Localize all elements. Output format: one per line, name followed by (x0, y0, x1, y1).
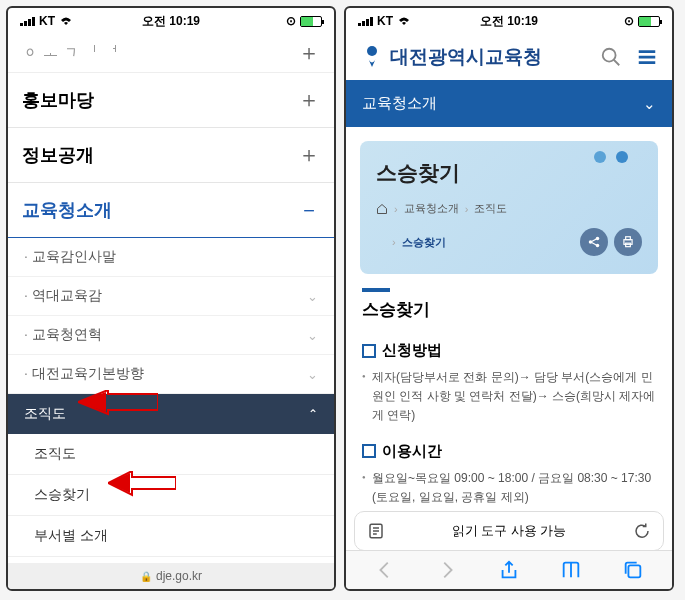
info-section-time: 이용시간 월요일~목요일 09:00 ~ 18:00 / 금요일 08:30 ~… (362, 442, 656, 507)
section-intro[interactable]: 교육청소개 － (8, 183, 334, 238)
subsub-dept[interactable]: 부서별 소개 (8, 516, 334, 557)
sub-item-history[interactable]: 역대교육감⌄ (8, 277, 334, 316)
reload-icon[interactable] (633, 522, 651, 540)
breadcrumb: › 교육청소개 › 조직도 › 스승찾기 (376, 201, 642, 256)
section-label: 홍보마당 (22, 88, 94, 112)
plus-icon: ＋ (298, 140, 320, 170)
expand-icon[interactable]: ＋ (298, 38, 320, 68)
content-title: 스승찾기 (362, 298, 656, 321)
minus-icon: － (298, 195, 320, 225)
tabs-icon[interactable] (622, 559, 644, 581)
battery-icon (300, 16, 322, 27)
lock-icon: 🔒 (140, 571, 152, 582)
share-button[interactable] (580, 228, 608, 256)
phone-left: KT 오전 10:19 ⊙ ᆼ ᅩ ᆨ ᅵ ᅥ ＋ 홍보마당 ＋ 정보공개 ＋ … (6, 6, 336, 591)
reader-icon (367, 522, 385, 540)
print-button[interactable] (614, 228, 642, 256)
battery-icon (638, 16, 660, 27)
url-text: dje.go.kr (156, 569, 202, 583)
subsection-label: 조직도 (24, 405, 66, 423)
chevron-down-icon: ⌄ (307, 289, 318, 304)
wifi-icon (397, 16, 411, 26)
sub-item-direction[interactable]: 대전교육기본방향⌄ (8, 355, 334, 394)
reader-text: 읽기 도구 사용 가능 (452, 522, 567, 540)
logo-text: 대전광역시교육청 (390, 44, 542, 70)
carrier-label: KT (39, 14, 55, 28)
svg-point-0 (367, 46, 377, 56)
status-time: 오전 10:19 (459, 13, 560, 30)
status-bar: KT 오전 10:19 ⊙ (8, 8, 334, 34)
truncated-label: ᆼ ᅩ ᆨ ᅵ ᅥ (22, 43, 120, 64)
site-header: 대전광역시교육청 (346, 34, 672, 80)
subsub-teacher-find[interactable]: 스승찾기 (8, 475, 334, 516)
site-logo[interactable]: 대전광역시교육청 (360, 44, 542, 70)
alarm-icon: ⊙ (624, 14, 634, 28)
subsub-label: 스승찾기 (34, 486, 90, 502)
subsub-label: 부서별 소개 (34, 527, 108, 543)
chevron-down-icon: ⌄ (307, 328, 318, 343)
annotation-arrow-icon (108, 471, 176, 497)
back-icon[interactable] (374, 559, 396, 581)
breadcrumb-item[interactable]: 교육청소개 (404, 201, 459, 216)
chevron-down-icon: ⌄ (643, 95, 656, 113)
share-icon[interactable] (498, 559, 520, 581)
breadcrumb-item[interactable]: 조직도 (474, 201, 507, 216)
hero-banner: 스승찾기 › 교육청소개 › 조직도 › 스승찾기 (360, 141, 658, 274)
status-bar: KT 오전 10:19 ⊙ (346, 8, 672, 34)
svg-rect-13 (626, 243, 631, 247)
home-icon[interactable] (376, 203, 388, 215)
phone-right: KT 오전 10:19 ⊙ 대전광역시교육청 교육청소개 ⌄ (344, 6, 674, 591)
reader-mode-bar[interactable]: 읽기 도구 사용 가능 (354, 511, 664, 551)
svg-rect-18 (628, 565, 640, 577)
section-hongbo[interactable]: 홍보마당 ＋ (8, 73, 334, 128)
main-content: 스승찾기 신청방법 제자(담당부서로 전화 문의)→ 담당 부서(스승에게 민원… (346, 288, 672, 507)
truncated-nav: ᆼ ᅩ ᆨ ᅵ ᅥ ＋ (8, 34, 334, 73)
svg-point-1 (603, 49, 616, 62)
safari-url-bar[interactable]: 🔒 dje.go.kr (8, 563, 334, 589)
sub-label: 대전교육기본방향 (24, 365, 144, 383)
annotation-arrow-icon (78, 390, 158, 420)
tab-indicator (362, 288, 390, 292)
subsection-org[interactable]: 조직도 ⌃ (8, 394, 334, 434)
info-section-method: 신청방법 제자(담당부서로 전화 문의)→ 담당 부서(스승에게 민원인 인적 … (362, 341, 656, 426)
search-icon[interactable] (600, 46, 622, 68)
nav-label: 교육청소개 (362, 94, 437, 113)
carrier-label: KT (377, 14, 393, 28)
chevron-down-icon: ⌄ (307, 367, 318, 382)
signal-icon (20, 17, 35, 26)
alarm-icon: ⊙ (286, 14, 296, 28)
category-nav[interactable]: 교육청소개 ⌄ (346, 80, 672, 127)
sub-item-greeting[interactable]: 교육감인사말 (8, 238, 334, 277)
svg-line-2 (614, 60, 620, 66)
sub-item-chronicle[interactable]: 교육청연혁⌄ (8, 316, 334, 355)
section-label: 교육청소개 (22, 198, 112, 222)
subsub-label: 조직도 (34, 445, 76, 461)
sub-label: 교육청연혁 (24, 326, 102, 344)
square-bullet-icon (362, 344, 376, 358)
plus-icon: ＋ (298, 85, 320, 115)
logo-icon (360, 45, 384, 69)
forward-icon[interactable] (436, 559, 458, 581)
safari-toolbar (346, 550, 672, 589)
chevron-up-icon: ⌃ (308, 407, 318, 421)
square-bullet-icon (362, 444, 376, 458)
wifi-icon (59, 16, 73, 26)
sub-label: 역대교육감 (24, 287, 102, 305)
info-text: 월요일~목요일 09:00 ~ 18:00 / 금요일 08:30 ~ 17:3… (362, 469, 656, 507)
svg-rect-12 (626, 237, 631, 240)
svg-line-10 (592, 243, 597, 245)
svg-line-9 (592, 239, 597, 241)
subsub-org[interactable]: 조직도 (8, 434, 334, 475)
info-text: 제자(담당부서로 전화 문의)→ 담당 부서(스승에게 민원인 인적 사항 및 … (362, 368, 656, 426)
bookmarks-icon[interactable] (560, 559, 582, 581)
page-title: 스승찾기 (376, 159, 642, 187)
status-time: 오전 10:19 (121, 13, 222, 30)
hero-decoration (594, 151, 628, 163)
info-title: 이용시간 (382, 442, 442, 461)
sub-label: 교육감인사말 (24, 248, 116, 266)
signal-icon (358, 17, 373, 26)
section-label: 정보공개 (22, 143, 94, 167)
section-jeonbo[interactable]: 정보공개 ＋ (8, 128, 334, 183)
breadcrumb-current: 스승찾기 (402, 235, 446, 250)
hamburger-icon[interactable] (636, 46, 658, 68)
